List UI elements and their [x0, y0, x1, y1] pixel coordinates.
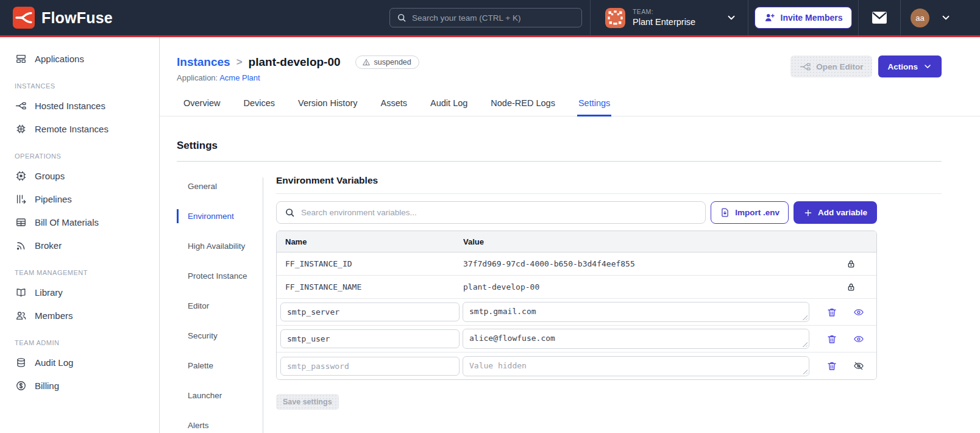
status-badge: suspended — [355, 55, 419, 69]
node-fork-icon — [800, 61, 811, 73]
env-var-value: plant-develop-00 — [463, 282, 813, 292]
applications-icon — [15, 52, 27, 65]
subnav-palette[interactable]: Palette — [177, 359, 250, 373]
sidebar-item-label: Library — [35, 287, 63, 298]
tab-devices[interactable]: Devices — [242, 92, 276, 116]
page-title: plant-develop-00 — [249, 55, 341, 69]
table-row: FF_INSTANCE_NAME plant-develop-00 — [277, 276, 876, 299]
sidebar-item-applications[interactable]: Applications — [0, 47, 159, 70]
env-var-name: FF_INSTANCE_ID — [277, 259, 463, 268]
cpu-icon — [15, 170, 27, 182]
team-search[interactable] — [389, 8, 582, 27]
pipelines-icon — [15, 193, 27, 205]
actions-button[interactable]: Actions — [878, 55, 942, 77]
subnav-alerts[interactable]: Alerts — [177, 418, 250, 432]
sidebar-item-remote-instances[interactable]: Remote Instances — [0, 117, 159, 140]
import-env-button[interactable]: Import .env — [711, 201, 789, 224]
tab-assets[interactable]: Assets — [380, 92, 409, 116]
open-editor-button[interactable]: Open Editor — [790, 55, 872, 77]
sidebar-section-operations: OPERATIONS — [0, 140, 159, 164]
sidebar-item-broker[interactable]: Broker — [0, 234, 159, 257]
top-navbar: FlowFuse TEAM: Plant Enterprise — [0, 0, 980, 37]
sidebar-item-hosted-instances[interactable]: Hosted Instances — [0, 94, 159, 117]
application-link[interactable]: Acme Plant — [219, 73, 260, 82]
tab-audit-log[interactable]: Audit Log — [429, 92, 469, 116]
env-var-name-input[interactable] — [280, 302, 460, 321]
team-search-input[interactable] — [412, 13, 575, 23]
chevron-down-icon — [940, 12, 951, 23]
team-switcher[interactable]: TEAM: Plant Enterprise — [591, 0, 748, 35]
tab-node-red-logs[interactable]: Node-RED Logs — [489, 92, 556, 116]
eye-icon[interactable] — [853, 307, 864, 318]
subnav-editor[interactable]: Editor — [177, 299, 250, 313]
table-header-row: Name Value — [277, 231, 876, 252]
delete-variable-button[interactable] — [826, 334, 837, 345]
notifications-button[interactable] — [859, 0, 900, 35]
team-name: Plant Enterprise — [633, 16, 719, 27]
eye-icon[interactable] — [853, 334, 864, 345]
env-search-input[interactable] — [301, 208, 697, 217]
sidebar-item-label: Broker — [35, 240, 62, 251]
chip-icon — [15, 123, 27, 135]
delete-variable-button[interactable] — [826, 360, 837, 371]
tab-settings[interactable]: Settings — [577, 92, 611, 116]
add-variable-button[interactable]: Add variable — [794, 201, 877, 224]
sidebar-item-bill-of-materials[interactable]: Bill Of Materials — [0, 210, 159, 234]
sidebar-item-billing[interactable]: Billing — [0, 374, 159, 397]
subnav-general[interactable]: General — [177, 179, 250, 193]
search-icon — [285, 207, 295, 218]
eye-off-icon[interactable] — [853, 360, 864, 371]
sidebar-section-team-management: TEAM MANAGEMENT — [0, 257, 159, 281]
delete-variable-button[interactable] — [826, 307, 837, 318]
mail-icon — [872, 11, 887, 24]
env-var-name: FF_INSTANCE_NAME — [277, 282, 463, 292]
sidebar-item-audit-log[interactable]: Audit Log — [0, 351, 159, 374]
lock-icon — [846, 282, 856, 292]
sidebar-item-members[interactable]: Members — [0, 304, 159, 327]
subnav-protect-instance[interactable]: Protect Instance — [177, 269, 250, 283]
user-plus-icon — [764, 12, 775, 23]
tab-version-history[interactable]: Version History — [297, 92, 359, 116]
settings-subnav: General Environment High Availability Pr… — [177, 169, 250, 433]
env-search[interactable] — [276, 201, 706, 224]
env-var-value: 37f7d969-97cd-4000-b650-b3d4f4eef855 — [463, 259, 813, 268]
settings-title: Settings — [177, 140, 942, 152]
env-var-value-input[interactable]: smtp.gmail.com — [463, 302, 809, 322]
users-icon — [15, 309, 27, 321]
sidebar-item-label: Groups — [35, 171, 65, 181]
brand[interactable]: FlowFuse — [0, 0, 389, 35]
env-var-value-input[interactable] — [463, 356, 809, 376]
sidebar-item-label: Bill Of Materials — [35, 217, 99, 227]
environment-variables-section: Environment Variables Import .env — [276, 169, 942, 433]
env-var-name-input[interactable] — [280, 357, 460, 376]
subnav-environment[interactable]: Environment — [177, 209, 250, 223]
divider — [276, 193, 942, 194]
divider — [177, 161, 942, 162]
warning-icon — [362, 58, 371, 66]
subnav-security[interactable]: Security — [177, 329, 250, 343]
table-row: smtp.gmail.com — [277, 299, 876, 326]
subnav-high-availability[interactable]: High Availability — [177, 239, 250, 253]
sidebar-item-library[interactable]: Library — [0, 281, 159, 304]
tab-overview[interactable]: Overview — [182, 92, 221, 116]
save-settings-button[interactable]: Save settings — [276, 394, 339, 410]
breadcrumb: Instances > plant-develop-00 suspended — [177, 55, 419, 69]
sidebar-item-groups[interactable]: Groups — [0, 164, 159, 187]
sidebar-item-pipelines[interactable]: Pipelines — [0, 187, 159, 210]
subnav-launcher[interactable]: Launcher — [177, 388, 250, 403]
invite-members-label: Invite Members — [781, 13, 843, 23]
chevron-down-icon — [726, 12, 737, 23]
sidebar-item-label: Hosted Instances — [35, 101, 105, 111]
env-var-name-input[interactable] — [280, 329, 460, 348]
env-var-value-input[interactable]: alice@flowfuse.com — [463, 329, 809, 349]
sidebar-section-team-admin: TEAM ADMIN — [0, 327, 159, 351]
breadcrumb-separator: > — [236, 56, 243, 68]
book-icon — [15, 286, 27, 298]
instance-tabs: Overview Devices Version History Assets … — [160, 92, 980, 116]
breadcrumb-instances-link[interactable]: Instances — [177, 55, 230, 69]
invite-members-button[interactable]: Invite Members — [755, 7, 853, 29]
broadcast-icon — [15, 239, 27, 251]
user-menu[interactable]: aa — [901, 0, 980, 35]
sidebar-item-label: Billing — [35, 381, 59, 391]
team-label: TEAM: — [633, 8, 719, 16]
